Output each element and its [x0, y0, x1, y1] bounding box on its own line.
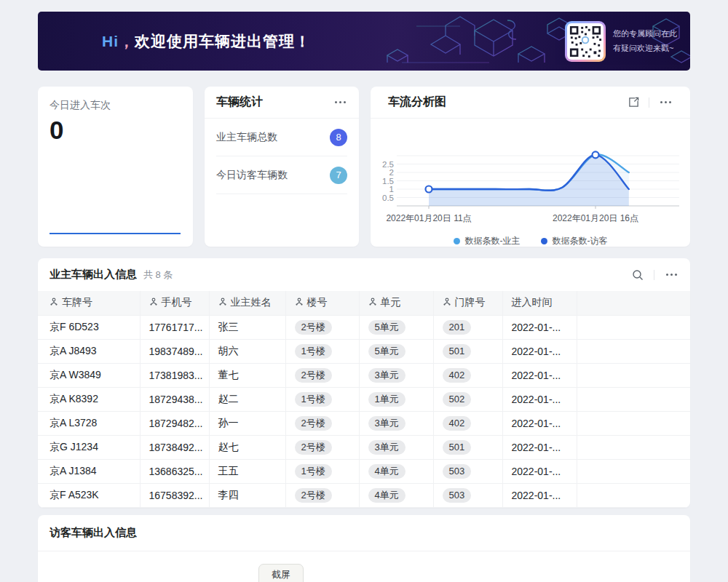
table-row[interactable]: 京A J138413686325...王五1号楼4单元5032022-01-..…: [38, 459, 690, 483]
qr-caption-line2: 有疑问欢迎来戳~: [613, 41, 677, 55]
table-cell[interactable]: 16758392...: [140, 483, 209, 507]
today-entries-value: 0: [50, 116, 181, 145]
table-cell[interactable]: 京A K8392: [38, 387, 140, 411]
table-cell[interactable]: 4单元: [359, 459, 433, 483]
cell-pill: 1单元: [368, 392, 405, 407]
table-cell[interactable]: 3单元: [359, 411, 433, 435]
table-cell[interactable]: 2022-01-...: [502, 315, 577, 339]
cell-pill: 503: [443, 488, 472, 503]
table-cell[interactable]: 501: [433, 339, 502, 363]
table-row[interactable]: 京F 6D52317761717...张三2号楼5单元2012022-01-..…: [38, 315, 690, 339]
table-cell[interactable]: 17381983...: [140, 363, 209, 387]
more-icon[interactable]: [659, 98, 673, 106]
table-cell[interactable]: 张三: [209, 315, 285, 339]
table-row[interactable]: 京A W384917381983...董七2号楼3单元4022022-01-..…: [38, 363, 690, 387]
table-cell[interactable]: 2号楼: [285, 411, 359, 435]
table-cell[interactable]: 18729438...: [140, 387, 209, 411]
dashboard-page: Hi，欢迎使用车辆进出管理！: [0, 0, 728, 582]
table-cell[interactable]: 赵七: [209, 435, 285, 459]
table-cell[interactable]: 402: [433, 363, 502, 387]
table-cell[interactable]: 3单元: [359, 363, 433, 387]
sparkline: [50, 233, 181, 234]
column-header[interactable]: 车牌号: [38, 291, 140, 315]
table-cell[interactable]: 1号楼: [285, 339, 359, 363]
table-cell[interactable]: 京G J1234: [38, 435, 140, 459]
table-row[interactable]: 京A L372818729482...孙一2号楼3单元4022022-01-..…: [38, 411, 690, 435]
table-cell[interactable]: 2号楼: [285, 315, 359, 339]
table-cell[interactable]: 孙一: [209, 411, 285, 435]
table-cell[interactable]: 胡六: [209, 339, 285, 363]
table-cell[interactable]: 李四: [209, 483, 285, 507]
table-cell[interactable]: 京A J1384: [38, 459, 140, 483]
search-icon[interactable]: [632, 269, 644, 281]
table-cell[interactable]: 4单元: [359, 483, 433, 507]
table-cell[interactable]: 13686325...: [140, 459, 209, 483]
table-cell[interactable]: 19837489...: [140, 339, 209, 363]
table-row[interactable]: 京F A523K16758392...李四2号楼4单元5032022-01-..…: [38, 483, 690, 507]
table-cell[interactable]: 京A L3728: [38, 411, 140, 435]
svg-text:1.5: 1.5: [382, 177, 394, 186]
table-cell[interactable]: 502: [433, 387, 502, 411]
vehicle-stats-rows: 业主车辆总数 8 今日访客车辆数 7: [205, 119, 359, 194]
stat-row-owner-total[interactable]: 业主车辆总数 8: [216, 119, 347, 156]
column-header[interactable]: 业主姓名: [209, 291, 285, 315]
more-icon[interactable]: [333, 98, 347, 106]
table-cell[interactable]: 5单元: [359, 339, 433, 363]
table-cell[interactable]: 2022-01-...: [502, 339, 577, 363]
svg-text:2022年01月20日 11点: 2022年01月20日 11点: [386, 213, 471, 223]
table-cell-empty: [577, 435, 690, 459]
table-cell[interactable]: 董七: [209, 363, 285, 387]
table-cell[interactable]: 1单元: [359, 387, 433, 411]
table-cell[interactable]: 18738492...: [140, 435, 209, 459]
table-cell[interactable]: 京A J8493: [38, 339, 140, 363]
table-cell[interactable]: 2022-01-...: [502, 483, 577, 507]
chart-header-actions: [628, 97, 673, 108]
cell-pill: 3单元: [368, 416, 405, 431]
table-cell[interactable]: 2022-01-...: [502, 363, 577, 387]
table-cell[interactable]: 2022-01-...: [502, 387, 577, 411]
table-cell[interactable]: 1号楼: [285, 387, 359, 411]
table-cell[interactable]: 5单元: [359, 315, 433, 339]
table-cell[interactable]: 3单元: [359, 435, 433, 459]
table-row[interactable]: 京A K839218729438...赵二1号楼1单元5022022-01-..…: [38, 387, 690, 411]
table-cell[interactable]: 1号楼: [285, 459, 359, 483]
expand-icon[interactable]: [628, 97, 639, 108]
stat-badge: 7: [330, 167, 347, 184]
vehicle-stats-title: 车辆统计: [216, 95, 263, 110]
svg-text:2: 2: [389, 168, 394, 177]
table-cell[interactable]: 17761717...: [140, 315, 209, 339]
column-header[interactable]: 门牌号: [433, 291, 502, 315]
stat-row-visitor-today[interactable]: 今日访客车辆数 7: [216, 156, 347, 194]
screenshot-button[interactable]: 截屏: [258, 564, 304, 582]
table-cell[interactable]: 王五: [209, 459, 285, 483]
column-header[interactable]: 进入时间: [502, 291, 577, 315]
table-cell[interactable]: 2022-01-...: [502, 459, 577, 483]
column-header[interactable]: 单元: [359, 291, 433, 315]
column-header[interactable]: 手机号: [140, 291, 209, 315]
table-row[interactable]: 京A J849319837489...胡六1号楼5单元5012022-01-..…: [38, 339, 690, 363]
table-cell[interactable]: 2号楼: [285, 483, 359, 507]
more-icon[interactable]: [665, 271, 678, 279]
qr-code-image: [567, 23, 604, 60]
table-cell[interactable]: 2号楼: [285, 363, 359, 387]
table-cell[interactable]: 201: [433, 315, 502, 339]
table-cell[interactable]: 2022-01-...: [502, 435, 577, 459]
table-cell[interactable]: 18729482...: [140, 411, 209, 435]
cell-pill: 2号楼: [295, 416, 332, 431]
table-cell[interactable]: 2022-01-...: [502, 411, 577, 435]
traffic-line-chart[interactable]: 0.511.522.52022年01月20日 11点2022年01月20日 16…: [371, 124, 691, 231]
table-cell[interactable]: 503: [433, 483, 502, 507]
column-header[interactable]: 楼号: [285, 291, 359, 315]
table-cell[interactable]: 京F 6D523: [38, 315, 140, 339]
legend-item[interactable]: 数据条数-业主: [454, 235, 521, 247]
table-cell[interactable]: 503: [433, 459, 502, 483]
vehicle-stats-card: 车辆统计 业主车辆总数 8 今日访客车辆数 7: [205, 87, 359, 247]
table-cell[interactable]: 赵二: [209, 387, 285, 411]
table-row[interactable]: 京G J123418738492...赵七2号楼3单元5012022-01-..…: [38, 435, 690, 459]
table-cell[interactable]: 京A W3849: [38, 363, 140, 387]
table-cell[interactable]: 402: [433, 411, 502, 435]
table-cell[interactable]: 2号楼: [285, 435, 359, 459]
legend-item[interactable]: 数据条数-访客: [541, 235, 608, 247]
table-cell[interactable]: 京F A523K: [38, 483, 140, 507]
table-cell[interactable]: 501: [433, 435, 502, 459]
